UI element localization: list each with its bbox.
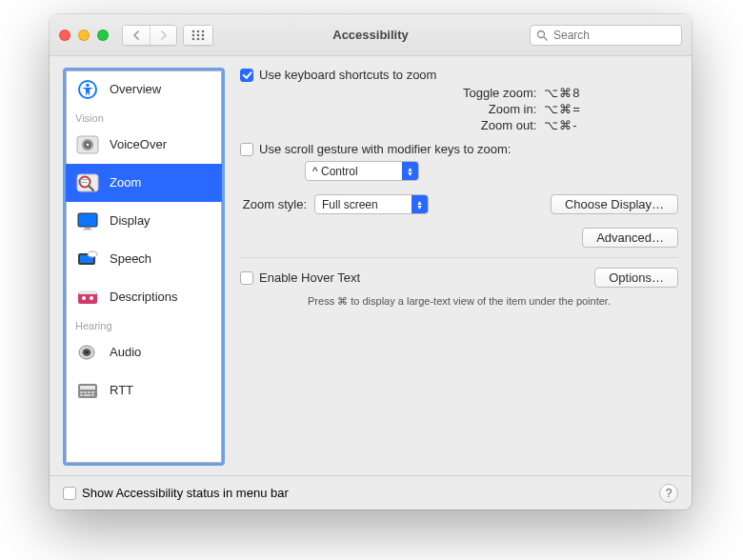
back-button[interactable] [123,26,150,45]
svg-rect-43 [84,394,90,396]
svg-rect-42 [80,394,83,396]
svg-rect-44 [91,394,94,396]
sidebar-item-voiceover[interactable]: VoiceOver [66,126,222,164]
svg-rect-25 [83,229,92,230]
category-sidebar[interactable]: Overview Vision VoiceOver Zoom Display [63,68,225,466]
toggle-zoom-label: Toggle zoom: [366,86,536,100]
advanced-button[interactable]: Advanced… [582,228,678,248]
use-keyboard-shortcuts-label: Use keyboard shortcuts to zoom [259,68,436,82]
svg-point-6 [192,37,195,40]
sidebar-item-speech[interactable]: Speech [66,240,222,278]
chevron-updown-icon: ▲▼ [412,195,428,213]
scroll-gesture-checkbox[interactable] [240,143,253,156]
svg-point-3 [192,33,195,36]
sidebar-item-label: Display [110,213,151,228]
svg-point-4 [197,33,200,36]
svg-point-32 [90,296,93,300]
zoom-in-key: ⌥⌘= [544,102,678,116]
separator [240,257,678,258]
svg-point-1 [197,30,200,32]
sidebar-group-hearing: Hearing [66,316,222,333]
help-icon: ? [666,487,673,500]
main-pane: Use keyboard shortcuts to zoom Toggle zo… [240,68,678,466]
hover-text-row: Enable Hover Text Options… [240,268,678,288]
zoom-style-label: Zoom style: [240,197,307,211]
close-button[interactable] [59,30,70,41]
sidebar-item-overview[interactable]: Overview [66,70,222,109]
use-keyboard-shortcuts-checkbox[interactable] [240,69,253,82]
accessibility-icon [75,79,100,100]
chevron-updown-icon: ▲▼ [402,162,418,180]
preferences-window: Accessibility Overview Vision VoiceOver [50,14,692,510]
sidebar-item-label: Speech [110,251,151,266]
svg-point-2 [202,30,205,32]
svg-rect-30 [78,290,97,294]
speech-icon [75,249,100,270]
modifier-key-popup[interactable]: ^ Control ▲▼ [305,161,419,181]
sidebar-item-rtt[interactable]: RTT [66,371,222,410]
scroll-gesture-label: Use scroll gesture with modifier keys to… [259,142,511,156]
show-all-button-group [183,25,213,46]
svg-rect-37 [80,386,95,390]
svg-point-5 [202,33,205,36]
zoom-out-key: ⌥⌘- [544,118,678,132]
zoom-in-label: Zoom in: [366,102,536,116]
svg-point-0 [192,30,195,32]
shortcut-list: Toggle zoom: ⌥⌘8 Zoom in: ⌥⌘= Zoom out: … [366,86,678,132]
svg-point-31 [82,296,86,300]
status-menubar-checkbox[interactable] [63,487,76,500]
sidebar-group-vision: Vision [66,109,222,126]
sidebar-item-label: Overview [110,82,161,96]
search-input[interactable] [552,28,698,43]
back-forward-group [122,25,177,46]
choose-display-button[interactable]: Choose Display… [551,194,678,214]
sidebar-item-audio[interactable]: Audio [66,333,222,371]
status-menubar-label: Show Accessibility status in menu bar [82,486,289,500]
svg-point-17 [87,143,90,146]
zoom-window-button[interactable] [97,30,109,41]
window-controls [59,30,109,41]
hover-text-label: Enable Hover Text [259,270,360,285]
svg-line-10 [544,37,547,40]
zoom-style-popup[interactable]: Full screen ▲▼ [314,194,429,214]
modifier-key-value: ^ Control [312,165,358,178]
use-keyboard-shortcuts-row: Use keyboard shortcuts to zoom [240,68,678,82]
sidebar-item-label: RTT [110,383,133,397]
zoom-out-label: Zoom out: [366,118,536,132]
chevron-left-icon [132,30,140,40]
svg-point-9 [538,30,545,37]
audio-icon [75,342,100,363]
search-icon [536,30,548,41]
show-all-button[interactable] [184,26,212,45]
svg-point-8 [202,37,205,40]
sidebar-item-label: VoiceOver [110,137,167,151]
svg-rect-21 [80,179,88,180]
svg-rect-41 [91,391,94,393]
sidebar-item-descriptions[interactable]: Descriptions [66,278,222,316]
grid-icon [191,30,205,41]
help-button[interactable]: ? [659,484,678,503]
sidebar-item-label: Zoom [110,175,141,190]
search-field[interactable] [530,25,682,46]
svg-rect-40 [88,391,90,393]
voiceover-icon [75,134,100,155]
svg-rect-38 [80,391,83,393]
svg-rect-24 [85,227,90,229]
sidebar-item-zoom[interactable]: Zoom [66,164,222,202]
svg-point-28 [88,251,97,257]
hover-text-hint: Press ⌘ to display a large-text view of … [240,295,678,308]
chevron-right-icon [160,30,168,40]
hover-text-options-button[interactable]: Options… [594,268,678,288]
rtt-icon [75,380,100,401]
display-icon [75,210,100,231]
hover-text-checkbox[interactable] [240,271,253,285]
sidebar-item-display[interactable]: Display [66,202,222,240]
forward-button[interactable] [150,26,176,45]
svg-point-7 [197,37,200,40]
scroll-gesture-row: Use scroll gesture with modifier keys to… [240,142,678,156]
svg-point-35 [85,350,89,354]
descriptions-icon [75,287,100,308]
minimize-button[interactable] [78,30,90,41]
svg-rect-22 [80,182,88,183]
svg-rect-39 [84,391,87,393]
